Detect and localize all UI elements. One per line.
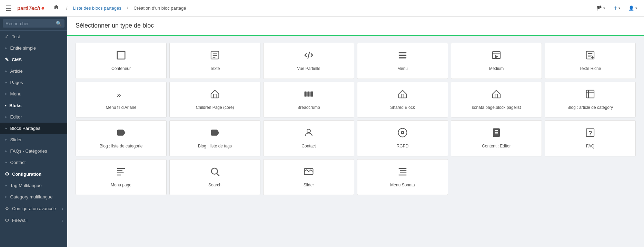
svg-rect-40: [399, 175, 407, 176]
sidebar-item-blocs-partages-label: Blocs Partagés: [10, 126, 40, 131]
faq-label: FAQ: [586, 144, 594, 149]
block-menu-fil-ariane[interactable]: » Menu fil d'Ariane: [76, 82, 167, 118]
block-blog-liste-tags[interactable]: Blog : liste de tags: [169, 120, 260, 156]
home-button[interactable]: [52, 3, 61, 13]
content-editor-label: Content : Editor: [482, 144, 511, 149]
sidebar-item-contact[interactable]: » Contact: [0, 157, 67, 168]
block-contact[interactable]: Contact: [263, 120, 354, 156]
main-layout: 🔍 ✓ Test » Entite simple ✎ CMS » Article…: [0, 17, 644, 247]
svg-marker-10: [496, 55, 498, 58]
shared-block-icon: [397, 89, 408, 102]
sidebar-item-configuration[interactable]: ⚙ Configuration: [0, 168, 67, 180]
block-faq[interactable]: ? FAQ: [545, 120, 636, 156]
block-blog-article-category[interactable]: Blog : article de category: [545, 82, 636, 118]
plus-button[interactable]: +▾: [611, 3, 623, 13]
sidebar-item-blocs-partages[interactable]: » Blocs Partagés: [0, 123, 67, 134]
sidebar-item-contact-label: Contact: [10, 160, 26, 165]
block-content-editor[interactable]: Content : Editor: [451, 120, 542, 156]
svg-rect-33: [117, 175, 121, 176]
sidebar-search: 🔍: [0, 17, 67, 31]
sidebar-item-entite-simple[interactable]: » Entite simple: [0, 42, 67, 54]
blog-liste-tags-icon: [210, 127, 220, 140]
svg-rect-39: [400, 172, 407, 173]
sidebar-item-pages-label: Pages: [10, 80, 23, 85]
editor-arrow: »: [5, 115, 7, 119]
sidebar-item-cms[interactable]: ✎ CMS: [0, 54, 67, 65]
vue-partielle-icon: [304, 50, 314, 63]
block-breadcrumb[interactable]: Breadcrumb: [263, 82, 354, 118]
svg-rect-38: [400, 170, 407, 171]
breadcrumb-current: Création d'un bloc partagé: [133, 6, 186, 11]
block-shared-block[interactable]: Shared Block: [357, 82, 448, 118]
sidebar-item-test-label: Test: [12, 34, 20, 39]
svg-point-34: [211, 168, 218, 174]
breadcrumb-icon: [304, 89, 314, 102]
children-page-icon: [210, 89, 220, 102]
sidebar-item-slider-label: Slider: [10, 137, 22, 142]
flag-button[interactable]: 🏴 ▾: [594, 4, 608, 12]
svg-rect-5: [399, 52, 407, 53]
sonata-pagelist-icon: [491, 89, 502, 102]
hamburger-button[interactable]: ☰: [4, 3, 13, 14]
block-menu[interactable]: Menu: [357, 43, 448, 79]
menu-label: Menu: [397, 66, 408, 72]
sidebar-item-editor[interactable]: » Editor: [0, 111, 67, 123]
block-menu-page[interactable]: Menu page: [76, 159, 167, 195]
block-grid: Conteneur Texte Vue Partielle: [76, 43, 636, 195]
sidebar-search-icon[interactable]: 🔍: [56, 21, 62, 26]
sidebar-item-pages[interactable]: » Pages: [0, 77, 67, 88]
sidebar-item-slider[interactable]: » Slider: [0, 134, 67, 145]
sidebar-item-firewall-label: Firewall: [12, 218, 28, 223]
sidebar-item-article[interactable]: » Article: [0, 65, 67, 77]
bloks-icon: ▪: [5, 103, 7, 108]
block-blog-liste-categorie[interactable]: Blog : liste de categorie: [76, 120, 167, 156]
firewall-collapse-icon: ‹: [62, 218, 63, 223]
block-menu-sonata[interactable]: Menu Sonata: [357, 159, 448, 195]
block-texte-riche[interactable]: Texte Riche: [545, 43, 636, 79]
texte-icon: [210, 50, 220, 63]
content-body: Conteneur Texte Vue Partielle: [67, 36, 644, 202]
svg-rect-1: [211, 51, 219, 59]
cms-icon: ✎: [5, 57, 9, 62]
blog-article-category-label: Blog : article de category: [567, 105, 613, 111]
sidebar-item-bloks[interactable]: ▪ Bloks: [0, 100, 67, 111]
texte-label: Texte: [210, 66, 220, 72]
block-conteneur[interactable]: Conteneur: [76, 43, 167, 79]
svg-rect-18: [305, 91, 307, 96]
sidebar-item-menu[interactable]: » Menu: [0, 88, 67, 100]
breadcrumb-sep-1: /: [66, 6, 68, 11]
sidebar-item-test[interactable]: ✓ Test: [0, 31, 67, 42]
contact-label: Contact: [301, 144, 316, 149]
conteneur-label: Conteneur: [111, 66, 131, 72]
sidebar-item-category-multilangue[interactable]: » Category multilangue: [0, 191, 67, 203]
blocs-partages-arrow: »: [5, 126, 7, 130]
sidebar-item-firewall[interactable]: ⚙ Firewall ‹: [0, 214, 67, 226]
sidebar-search-input[interactable]: [6, 21, 56, 26]
category-multilangue-arrow: »: [5, 195, 7, 199]
block-sonata-pagelist[interactable]: sonata.page.block.pagelist: [451, 82, 542, 118]
sidebar-item-configuration-avancee[interactable]: ⚙ Configuraton avancée ‹: [0, 203, 67, 214]
svg-point-24: [307, 129, 310, 133]
svg-rect-32: [117, 172, 124, 173]
sidebar-item-tag-multilangue[interactable]: » Tag Multilangue: [0, 180, 67, 191]
block-search[interactable]: Search: [169, 159, 260, 195]
conteneur-icon: [116, 50, 126, 63]
breadcrumb-link-1[interactable]: Liste des blocs partagés: [73, 6, 121, 11]
block-medium[interactable]: Medium: [451, 43, 542, 79]
firewall-icon: ⚙: [5, 217, 9, 223]
svg-text:?: ?: [588, 130, 592, 137]
plus-chevron: ▾: [618, 6, 620, 10]
user-button[interactable]: 👤 ▾: [626, 4, 640, 12]
menu-arrow: »: [5, 92, 7, 96]
block-texte[interactable]: Texte: [169, 43, 260, 79]
shared-block-label: Shared Block: [390, 105, 415, 111]
sidebar-item-faqs[interactable]: » FAQs - Catégories: [0, 145, 67, 157]
block-children-page[interactable]: Children Page (core): [169, 82, 260, 118]
sidebar-item-menu-label: Menu: [10, 91, 22, 96]
svg-rect-30: [117, 168, 125, 169]
block-slider[interactable]: Slider: [263, 159, 354, 195]
block-rgpd[interactable]: RGPD: [357, 120, 448, 156]
sidebar-item-configuration-avancee-label: Configuraton avancée: [12, 206, 56, 211]
user-chevron: ▾: [635, 6, 637, 10]
block-vue-partielle[interactable]: Vue Partielle: [263, 43, 354, 79]
